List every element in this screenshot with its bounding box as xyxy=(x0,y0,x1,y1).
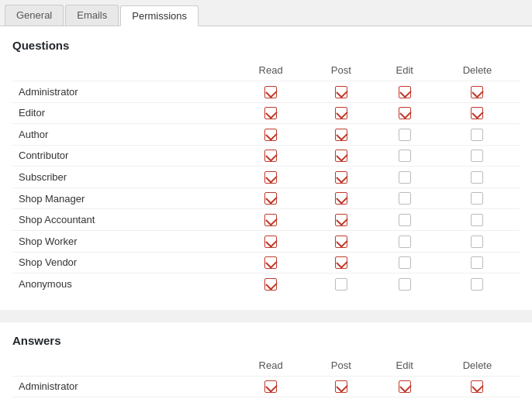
questions-table: Read Post Edit Delete AdministratorEdito… xyxy=(12,60,520,294)
main-container: General Emails Permissions Questions Rea… xyxy=(0,0,532,399)
checkbox-checked[interactable] xyxy=(264,129,277,141)
checkbox-checked[interactable] xyxy=(471,380,483,393)
checkbox-checked[interactable] xyxy=(335,171,347,184)
section-separator xyxy=(0,310,532,322)
post-cell xyxy=(308,81,375,103)
checkbox-checked[interactable] xyxy=(399,380,411,393)
checkbox-unchecked[interactable] xyxy=(471,214,483,226)
checkbox-unchecked[interactable] xyxy=(471,171,483,184)
checkbox-unchecked[interactable] xyxy=(399,192,411,205)
checkbox-unchecked[interactable] xyxy=(471,278,483,291)
checkbox-checked[interactable] xyxy=(471,107,483,119)
role-cell: Administrator xyxy=(12,81,233,103)
table-row: Subscriber xyxy=(12,167,520,188)
checkbox-unchecked[interactable] xyxy=(399,256,411,269)
checkbox-checked[interactable] xyxy=(335,107,347,119)
post-cell xyxy=(308,273,375,294)
table-row: Administrator xyxy=(12,376,520,397)
delete-cell xyxy=(435,209,520,231)
read-cell xyxy=(233,209,308,231)
checkbox-unchecked[interactable] xyxy=(471,150,483,162)
role-cell: Administrator xyxy=(12,376,233,397)
checkbox-checked[interactable] xyxy=(335,86,347,98)
edit-cell xyxy=(375,209,435,231)
checkbox-unchecked[interactable] xyxy=(335,278,347,291)
tab-bar: General Emails Permissions xyxy=(0,0,532,26)
checkbox-checked[interactable] xyxy=(264,171,277,184)
checkbox-checked[interactable] xyxy=(264,107,277,119)
answers-title: Answers xyxy=(12,334,520,347)
delete-cell xyxy=(435,230,520,252)
checkbox-unchecked[interactable] xyxy=(399,236,411,248)
edit-cell xyxy=(375,145,435,167)
checkbox-unchecked[interactable] xyxy=(399,214,411,226)
delete-cell xyxy=(435,167,520,188)
role-cell: Subscriber xyxy=(12,167,233,188)
col-role-a xyxy=(12,355,233,377)
role-cell: Editor xyxy=(12,102,233,124)
checkbox-checked[interactable] xyxy=(471,86,483,98)
post-cell xyxy=(308,230,375,252)
read-cell xyxy=(233,376,308,397)
tab-general[interactable]: General xyxy=(5,5,64,26)
edit-cell xyxy=(375,102,435,124)
table-row: Author xyxy=(12,124,520,146)
checkbox-checked[interactable] xyxy=(335,380,347,393)
delete-cell xyxy=(435,124,520,146)
checkbox-unchecked[interactable] xyxy=(471,192,483,205)
checkbox-unchecked[interactable] xyxy=(399,150,411,162)
checkbox-checked[interactable] xyxy=(335,150,347,162)
role-cell: Shop Vendor xyxy=(12,252,233,273)
edit-cell xyxy=(375,252,435,273)
table-row: Shop Accountant xyxy=(12,209,520,231)
post-cell xyxy=(308,167,375,188)
checkbox-unchecked[interactable] xyxy=(471,256,483,269)
read-cell xyxy=(233,124,308,146)
read-cell xyxy=(233,252,308,273)
role-cell: Anonymous xyxy=(12,273,233,294)
checkbox-checked[interactable] xyxy=(264,214,277,226)
checkbox-checked[interactable] xyxy=(399,86,411,98)
read-cell xyxy=(233,273,308,294)
read-cell xyxy=(233,145,308,167)
table-row: Administrator xyxy=(12,81,520,103)
edit-cell xyxy=(375,230,435,252)
post-cell xyxy=(308,124,375,146)
edit-cell xyxy=(375,124,435,146)
checkbox-unchecked[interactable] xyxy=(471,236,483,248)
checkbox-checked[interactable] xyxy=(335,129,347,141)
checkbox-unchecked[interactable] xyxy=(399,129,411,141)
checkbox-checked[interactable] xyxy=(264,380,277,393)
checkbox-checked[interactable] xyxy=(264,150,277,162)
checkbox-unchecked[interactable] xyxy=(399,171,411,184)
checkbox-checked[interactable] xyxy=(264,278,277,291)
checkbox-unchecked[interactable] xyxy=(399,278,411,291)
checkbox-checked[interactable] xyxy=(264,256,277,269)
edit-cell xyxy=(375,81,435,103)
checkbox-checked[interactable] xyxy=(264,236,277,248)
tab-permissions[interactable]: Permissions xyxy=(120,5,199,26)
edit-cell xyxy=(375,187,435,209)
col-delete-a: Delete xyxy=(435,355,520,377)
edit-cell xyxy=(375,273,435,294)
checkbox-checked[interactable] xyxy=(335,214,347,226)
checkbox-checked[interactable] xyxy=(399,107,411,119)
read-cell xyxy=(233,187,308,209)
tab-emails[interactable]: Emails xyxy=(65,5,119,26)
checkbox-checked[interactable] xyxy=(264,86,277,98)
checkbox-checked[interactable] xyxy=(335,256,347,269)
checkbox-unchecked[interactable] xyxy=(471,129,483,141)
checkbox-checked[interactable] xyxy=(335,236,347,248)
content-area: Questions Read Post Edit Delete Administ… xyxy=(0,26,532,399)
post-cell xyxy=(308,187,375,209)
questions-header-row: Read Post Edit Delete xyxy=(12,60,520,81)
post-cell xyxy=(308,376,375,397)
col-edit-a: Edit xyxy=(375,355,435,377)
col-read-a: Read xyxy=(233,355,308,377)
read-cell xyxy=(233,230,308,252)
col-post-q: Post xyxy=(308,60,375,81)
checkbox-checked[interactable] xyxy=(264,192,277,205)
checkbox-checked[interactable] xyxy=(335,192,347,205)
delete-cell xyxy=(435,273,520,294)
table-row: Anonymous xyxy=(12,273,520,294)
